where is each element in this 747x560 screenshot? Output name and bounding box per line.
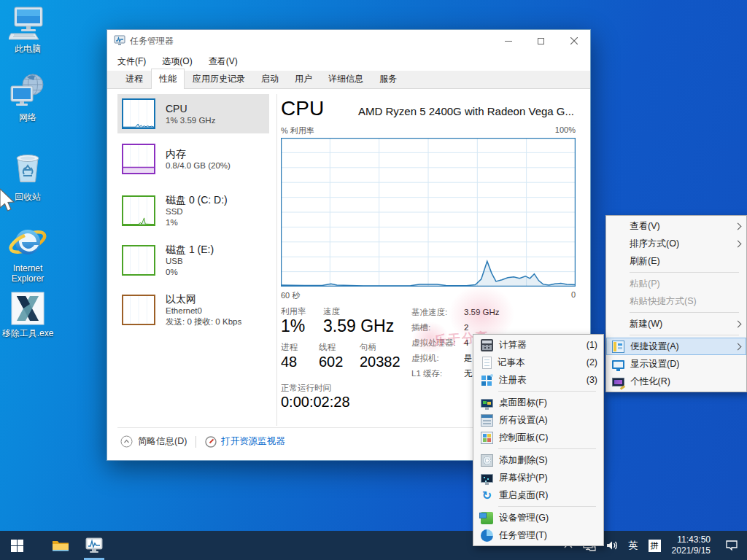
sidebar-item-text: CPU1% 3.59 GHz: [166, 102, 215, 126]
stat-kv-row: L1 缓存:无: [411, 368, 473, 379]
minimize-button[interactable]: [492, 30, 525, 52]
desktop-icon-label: 此电脑: [0, 44, 55, 54]
maximize-button[interactable]: [525, 30, 557, 52]
tray-ime-indicator[interactable]: 拼: [643, 531, 666, 560]
desktop-icon-internet-explorer[interactable]: Internet Explorer: [0, 222, 55, 284]
tray-language-indicator[interactable]: 英: [624, 531, 643, 560]
sidebar-item-detail: 发送: 0 接收: 0 Kbps: [166, 316, 241, 327]
file-explorer-button[interactable]: [44, 531, 77, 560]
menu-item-控制面板C[interactable]: 控制面板(C): [473, 429, 603, 446]
sidebar-item-text: 磁盘 1 (E:)USB0%: [166, 243, 214, 278]
action-center-icon[interactable]: [716, 531, 747, 560]
details-toggle[interactable]: 简略信息(D): [138, 435, 187, 448]
sidebar-divider: [276, 94, 277, 426]
submenu-arrow-icon: [735, 240, 742, 247]
sidebar-item-disk1[interactable]: 磁盘 1 (E:)USB0%: [117, 238, 269, 282]
menu-item-计算器[interactable]: 计算器(1): [473, 336, 603, 354]
menu-item-便捷设置A[interactable]: 便捷设置(A): [606, 338, 746, 355]
menu-item-label: 便捷设置(A): [630, 341, 731, 353]
quick-settings-submenu: 计算器(1)记事本(2)注册表(3)桌面图标(F)所有设置(A)控制面板(C)添…: [473, 334, 604, 546]
sidebar-item-memory[interactable]: 内存0.8/4.0 GB (20%): [117, 139, 269, 179]
sidebar-item-title: CPU: [166, 102, 215, 115]
stat-kv-row: 基准速度:3.59 GHz: [411, 307, 500, 318]
menu-item-桌面图标F[interactable]: 桌面图标(F): [473, 394, 603, 411]
stat-kv-value: 3.59 GHz: [464, 308, 500, 316]
open-resource-monitor-link[interactable]: 打开资源监视器: [221, 435, 285, 448]
desktop-icon-label: 移除工具.exe: [0, 328, 55, 338]
recycle-bin-icon: [9, 149, 46, 190]
notepad-icon: [482, 357, 492, 369]
sidebar-item-detail: 1%: [166, 217, 228, 228]
stat-kv-label: 虚拟处理器:: [411, 338, 464, 349]
titlebar[interactable]: 任务管理器: [107, 30, 590, 52]
tray-clock[interactable]: 11:43:50 2021/9/15: [666, 534, 716, 556]
sidebar-item-ethernet[interactable]: 以太网Ethernet0发送: 0 接收: 0 Kbps: [117, 288, 269, 332]
menu-item-hint: (2): [587, 357, 597, 368]
tab-用户[interactable]: 用户: [287, 69, 320, 89]
menu-item-新建W[interactable]: 新建(W): [606, 315, 746, 332]
menu-separator: [630, 312, 739, 313]
stat-value-handles: 20382: [360, 354, 400, 370]
stat-kv-value: 4: [464, 338, 468, 347]
footer-separator: [196, 436, 196, 448]
menu-item-注册表[interactable]: 注册表(3): [473, 371, 603, 389]
cpu-usage-chart: [281, 138, 576, 289]
menubar-item[interactable]: 文件(F): [117, 55, 146, 68]
sidebar-item-title: 内存: [166, 147, 231, 160]
desktop-icon-recycle-bin[interactable]: 回收站: [0, 149, 55, 202]
submenu-arrow-icon: [735, 343, 742, 350]
start-button[interactable]: [0, 531, 34, 560]
menu-item-label: 所有设置(A): [499, 414, 597, 427]
sidebar-item-text: 以太网Ethernet0发送: 0 接收: 0 Kbps: [166, 292, 241, 327]
tab-详细信息[interactable]: 详细信息: [320, 69, 371, 89]
tray-volume-icon[interactable]: [601, 531, 624, 560]
sidebar-item-cpu[interactable]: CPU1% 3.59 GHz: [117, 94, 269, 133]
menu-item-个性化R[interactable]: 个性化(R): [606, 373, 746, 390]
menu-item-查看V[interactable]: 查看(V): [606, 217, 746, 235]
stat-kv-label: 基准速度:: [411, 307, 464, 318]
menubar-item[interactable]: 选项(O): [162, 55, 192, 68]
menu-item-刷新E[interactable]: 刷新(E): [606, 252, 746, 270]
desktop-icon-remove-tool[interactable]: 移除工具.exe: [0, 290, 55, 338]
tab-进程[interactable]: 进程: [117, 69, 151, 89]
close-button[interactable]: [557, 30, 590, 52]
menu-item-记事本[interactable]: 记事本(2): [473, 354, 603, 371]
menu-item-显示设置D[interactable]: 显示设置(D): [606, 355, 746, 373]
tab-服务[interactable]: 服务: [371, 69, 405, 89]
menu-item-重启桌面R[interactable]: ↻重启桌面(R): [473, 486, 603, 504]
stat-label: 句柄: [360, 342, 376, 353]
chevron-up-circle-icon[interactable]: [120, 435, 133, 448]
menu-item-任务管理T[interactable]: 任务管理(T): [473, 526, 603, 544]
sidebar-mini-chart: [122, 98, 155, 129]
tab-bar: 进程性能应用历史记录启动用户详细信息服务: [107, 71, 590, 89]
device-manager-icon: [481, 512, 493, 524]
tab-性能[interactable]: 性能: [151, 69, 185, 89]
stat-kv-row: 虚拟机:是: [411, 353, 473, 364]
tab-应用历史记录[interactable]: 应用历史记录: [185, 69, 253, 89]
task-manager-taskbar-button[interactable]: [77, 531, 111, 560]
desktop-icon-this-pc[interactable]: 此电脑: [0, 6, 55, 54]
close-icon: [570, 37, 578, 44]
menu-item-设备管理G[interactable]: 设备管理(G): [473, 509, 603, 526]
window-title: 任务管理器: [130, 35, 492, 47]
menu-separator: [498, 506, 596, 507]
menu-item-添加删除S[interactable]: 添加删除(S): [473, 451, 603, 469]
tab-启动[interactable]: 启动: [253, 69, 287, 89]
menubar-item[interactable]: 查看(V): [209, 55, 238, 68]
menu-item-label: 桌面图标(F): [499, 397, 597, 409]
stat-value-uptime: 0:00:02:28: [281, 394, 350, 411]
menu-item-粘贴P: 粘贴(P): [606, 275, 746, 292]
menu-item-label: 个性化(R): [630, 376, 740, 388]
task-manager-app-icon: [114, 35, 125, 47]
desktop-icon-network[interactable]: 网络: [0, 73, 55, 122]
stat-kv-row: 虚拟处理器:4: [411, 338, 468, 349]
menu-item-所有设置A[interactable]: 所有设置(A): [473, 411, 603, 429]
submenu-arrow-icon: [735, 222, 742, 230]
menu-item-label: 任务管理(T): [499, 529, 597, 542]
sidebar-item-disk0[interactable]: 磁盘 0 (C: D:)SSD1%: [117, 189, 269, 233]
menu-item-屏幕保护P[interactable]: 屏幕保护(P): [473, 469, 603, 486]
menu-item-排序方式O[interactable]: 排序方式(O): [606, 235, 746, 252]
menu-item-label: 查看(V): [630, 220, 731, 233]
stat-value-speed: 3.59 GHz: [323, 316, 394, 336]
ime-mode-box: 拼: [649, 540, 661, 552]
